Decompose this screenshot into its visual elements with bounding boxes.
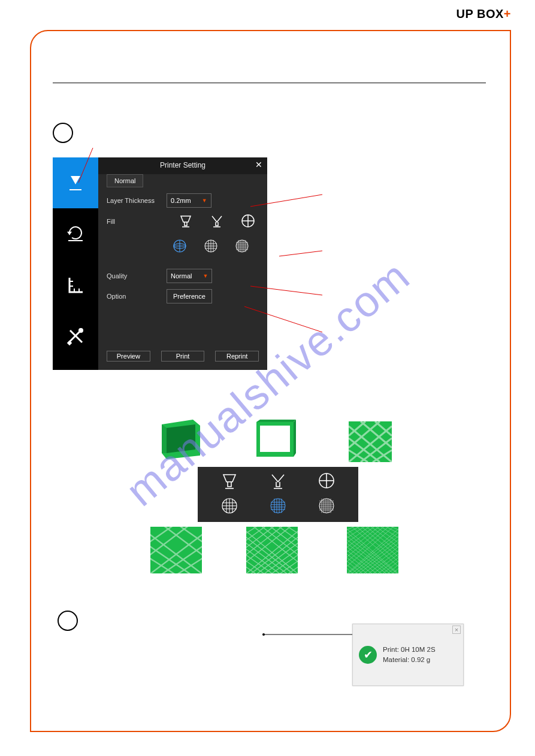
- strip-icon-shell: [208, 472, 250, 492]
- svg-marker-52: [256, 420, 296, 422]
- print-icon: [64, 171, 87, 195]
- infill-example-50pct: [244, 526, 300, 575]
- sidebar-item-print[interactable]: [53, 157, 98, 208]
- chevron-down-icon: ▼: [202, 273, 208, 279]
- ruler-icon: [65, 274, 86, 296]
- brand-up: UP: [456, 7, 473, 20]
- tab-normal[interactable]: Normal: [107, 174, 143, 187]
- strip-icon-sparse: [208, 497, 250, 517]
- svg-rect-65: [150, 527, 202, 573]
- close-icon[interactable]: ✕: [255, 160, 262, 169]
- quality-value: Normal: [171, 272, 192, 280]
- strip-icon-dense: [306, 497, 347, 517]
- infill-example-hollow: [157, 416, 205, 462]
- notif-close-icon[interactable]: ×: [452, 626, 461, 634]
- preference-button[interactable]: Preference: [167, 289, 212, 303]
- print-button[interactable]: Print: [161, 351, 205, 362]
- tools-icon: [65, 326, 86, 346]
- svg-marker-49: [162, 424, 167, 453]
- reprint-button[interactable]: Reprint: [215, 351, 259, 362]
- fill-icon-sparse[interactable]: [173, 239, 187, 254]
- strip-icon-nofill: [306, 472, 347, 492]
- quality-label: Quality: [107, 272, 161, 280]
- layer-thickness-value: 0.2mm: [171, 197, 191, 204]
- strip-icon-medium: [257, 497, 299, 517]
- panel-title: Printer Setting: [98, 157, 267, 174]
- fill-label: Fill: [107, 218, 161, 225]
- fill-icon-surface[interactable]: [210, 214, 224, 229]
- infill-example-sparse: [346, 419, 394, 464]
- option-label: Option: [107, 293, 161, 300]
- fill-icon-dense[interactable]: [235, 239, 249, 254]
- fill-icon-strip: [198, 467, 358, 522]
- svg-rect-101: [347, 527, 398, 573]
- svg-rect-1: [69, 189, 81, 190]
- sidebar-item-scale[interactable]: [53, 259, 98, 310]
- svg-marker-0: [71, 176, 80, 184]
- step-marker-1: [53, 123, 73, 143]
- print-notification: × ✔ Print: 0H 10M 2S Material: 0.92 g: [352, 624, 464, 686]
- brand-box: BOX: [477, 7, 504, 20]
- svg-point-165: [319, 499, 334, 513]
- infill-example-bottom: [252, 416, 300, 462]
- infill-example-13pct: [149, 526, 204, 575]
- notif-print-time: Print: 0H 10M 2S: [383, 645, 436, 655]
- layer-thickness-label: Layer Thickness: [107, 197, 161, 204]
- svg-marker-53: [294, 420, 296, 457]
- horizontal-rule: [53, 83, 486, 83]
- svg-marker-2: [67, 232, 72, 235]
- check-icon: ✔: [359, 646, 377, 664]
- rotate-icon: [65, 223, 86, 245]
- svg-point-156: [271, 499, 285, 513]
- infill-example-99pct: [345, 526, 400, 575]
- svg-point-10: [78, 328, 83, 333]
- brand-logo: UP BOX+: [456, 7, 511, 21]
- printer-setting-screenshot: Printer Setting ✕ Normal Layer Thickness…: [53, 157, 267, 370]
- sidebar-item-rotate[interactable]: [53, 208, 98, 259]
- preview-button[interactable]: Preview: [107, 351, 150, 362]
- sidebar: [53, 157, 98, 370]
- fill-icon-nofill[interactable]: [241, 214, 255, 229]
- svg-rect-51: [260, 426, 290, 452]
- svg-rect-3: [68, 240, 83, 241]
- panel: Printer Setting ✕ Normal Layer Thickness…: [98, 157, 267, 370]
- layer-thickness-select[interactable]: 0.2mm ▼: [167, 193, 211, 208]
- step-marker-2: [58, 611, 78, 631]
- strip-icon-surface: [257, 472, 299, 492]
- svg-marker-48: [167, 424, 195, 453]
- fill-icon-medium[interactable]: [204, 239, 218, 254]
- notif-material: Material: 0.92 g: [383, 655, 436, 665]
- sidebar-item-tools[interactable]: [53, 310, 98, 361]
- fill-icon-shell[interactable]: [179, 214, 193, 229]
- quality-select[interactable]: Normal ▼: [167, 269, 212, 283]
- brand-plus: +: [504, 7, 511, 20]
- chevron-down-icon: ▼: [202, 198, 207, 204]
